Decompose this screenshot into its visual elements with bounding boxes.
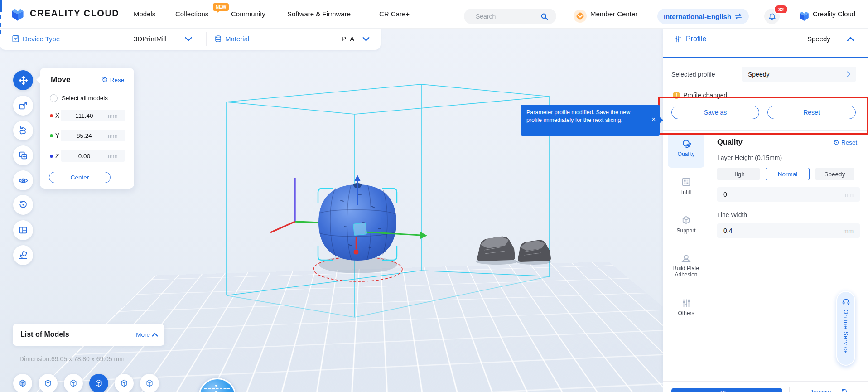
nav-item-models[interactable]: Models — [134, 10, 155, 18]
cube-view-icon — [145, 379, 154, 388]
config-bar: Device Type 3DPrintMill Material PLA — [0, 28, 381, 50]
tool-view-button[interactable] — [13, 170, 33, 190]
profile-collapsed-value: Speedy — [807, 35, 830, 43]
tooltip-close-icon[interactable]: × — [651, 116, 656, 122]
view-orientation-button-4[interactable] — [89, 374, 108, 392]
move-reset-label: Reset — [110, 77, 126, 83]
cube-view-icon — [43, 379, 53, 388]
selected-profile-value: Speedy — [748, 71, 769, 78]
online-service-button[interactable]: Online Service — [836, 291, 855, 366]
search-icon[interactable] — [540, 12, 549, 21]
x-position-input[interactable]: 111.40 mm — [61, 110, 125, 121]
view-orientation-button-2[interactable] — [39, 374, 58, 392]
view-orientation-button-6[interactable] — [140, 374, 159, 392]
y-position-value: 85.24 — [61, 132, 108, 139]
x-axis-label: X — [55, 112, 59, 119]
view-orientation-button-5[interactable] — [115, 374, 134, 392]
tab-build-plate-adhesion-label: Build Plate Adhesion — [668, 266, 704, 278]
y-axis-label: Y — [55, 132, 59, 139]
move-reset-button[interactable]: Reset — [101, 77, 126, 83]
preview-refresh-icon[interactable] — [841, 388, 848, 392]
tool-reset-rotation-button[interactable] — [13, 195, 33, 215]
brand-wordmark[interactable]: CREALITY CLOUD — [30, 8, 119, 19]
view-orientation-button-1[interactable] — [13, 374, 32, 392]
language-switcher[interactable]: International-English — [657, 9, 749, 24]
preset-speedy-button[interactable]: Speedy — [815, 168, 854, 180]
profile-sliders-icon — [674, 35, 682, 43]
material-value[interactable]: PLA — [342, 35, 354, 43]
tool-scale-button[interactable] — [13, 96, 33, 116]
chevron-down-icon[interactable] — [362, 37, 370, 42]
bell-icon — [768, 12, 776, 21]
search-input[interactable] — [475, 12, 540, 20]
more-button[interactable]: More — [136, 331, 158, 338]
center-button[interactable]: Center — [49, 172, 111, 183]
device-type-label: Device Type — [23, 35, 60, 43]
tool-lay-flat-button[interactable] — [13, 245, 33, 265]
cube-view-icon — [69, 379, 78, 388]
y-axis-dot — [50, 134, 53, 137]
x-axis-dot — [50, 114, 53, 117]
tool-clone-button[interactable] — [13, 145, 33, 165]
view-orientation-button-3[interactable] — [64, 374, 83, 392]
slice-button[interactable]: Slice — [671, 388, 782, 392]
tab-others[interactable]: Others — [668, 298, 704, 317]
nav-item-collections[interactable]: Collections — [175, 10, 208, 18]
layer-height-unit: mm — [844, 191, 854, 198]
tooltip-text: Parameter profile modified. Save the new… — [526, 109, 630, 123]
lay-flat-icon — [18, 250, 28, 260]
member-center-label[interactable]: Member Center — [590, 10, 637, 18]
rotate-icon — [18, 126, 28, 136]
profile-changed-notice: ! Profile changed. — [673, 92, 729, 99]
move-icon — [18, 75, 29, 86]
edge-accent — [0, 30, 1, 34]
tab-support-label: Support — [668, 228, 704, 234]
tab-quality[interactable]: Quality — [668, 133, 704, 168]
preset-normal-button[interactable]: Normal — [766, 168, 810, 180]
account-avatar-icon[interactable] — [798, 10, 810, 21]
reset-icon — [101, 77, 108, 83]
layer-height-label: Layer Height (0.15mm) — [717, 154, 782, 161]
nav-item-software-firmware[interactable]: Software & Firmware — [287, 10, 351, 18]
line-width-input[interactable]: 0.4 mm — [717, 223, 860, 238]
split-view-icon — [18, 225, 28, 235]
save-as-button[interactable]: Save as — [671, 106, 759, 119]
tool-rotate-button[interactable] — [13, 121, 33, 140]
tab-build-plate-adhesion[interactable]: Build Plate Adhesion — [668, 252, 704, 278]
collapse-chevron-up-icon[interactable] — [847, 36, 854, 42]
axis-row-z: Z 0.00 mm — [40, 150, 134, 162]
line-width-value: 0.4 — [723, 227, 732, 234]
search-bar[interactable] — [464, 9, 556, 24]
chevron-down-icon[interactable] — [185, 37, 192, 42]
parameter-modified-tooltip: Parameter profile modified. Save the new… — [521, 105, 660, 136]
nav-item-cr-care[interactable]: CR Care+ — [379, 10, 410, 18]
tool-move-button[interactable] — [13, 70, 33, 90]
creality-logo-icon[interactable] — [10, 7, 25, 21]
member-center-icon[interactable] — [574, 10, 587, 23]
edge-accent — [0, 23, 1, 27]
infill-icon — [680, 176, 692, 188]
selected-profile-select[interactable]: Speedy — [742, 67, 856, 82]
x-unit-label: mm — [108, 112, 125, 119]
preset-high-button[interactable]: High — [717, 168, 760, 180]
edge-accent — [0, 15, 1, 19]
preview-button[interactable]: Preview — [809, 388, 831, 392]
tool-split-view-button[interactable] — [13, 220, 33, 240]
tab-infill[interactable]: Infill — [668, 176, 704, 196]
layer-height-input[interactable]: 0 mm — [717, 187, 860, 202]
device-type-value[interactable]: 3DPrintMill — [134, 35, 167, 43]
quality-section-title: Quality — [717, 138, 743, 146]
z-position-input[interactable]: 0.00 mm — [61, 150, 125, 162]
nav-item-community[interactable]: Community — [231, 10, 265, 18]
divider — [663, 130, 868, 131]
info-icon: ! — [673, 92, 680, 99]
select-all-radio[interactable] — [50, 94, 58, 102]
notification-count-badge: 32 — [774, 5, 788, 14]
dimension-readout: Dimension:69.05 x 78.80 x 69.05 mm — [19, 355, 125, 363]
quality-reset-button[interactable]: Reset — [833, 139, 857, 146]
profile-reset-button[interactable]: Reset — [767, 106, 856, 119]
y-position-input[interactable]: 85.24 mm — [61, 130, 125, 141]
account-label[interactable]: Creality Cloud — [813, 10, 855, 18]
divider — [206, 32, 207, 46]
tab-support[interactable]: Support — [668, 215, 704, 234]
